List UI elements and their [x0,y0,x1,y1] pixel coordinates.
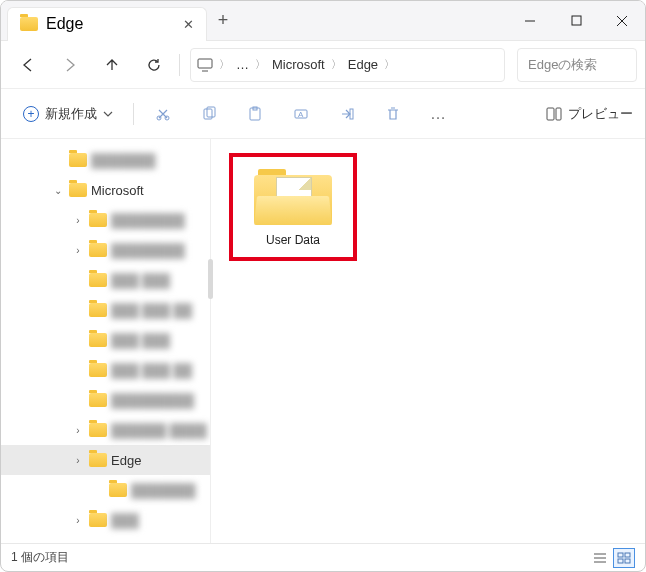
body: ›███████⌄Microsoft›████████›████████›███… [1,139,645,543]
view-toggle [589,548,635,568]
chevron-down-icon [103,109,113,119]
tree-item-edge[interactable]: ›Edge [1,445,210,475]
svg-rect-20 [618,553,623,557]
tree-item-label: ██████ ████ [111,423,207,438]
chevron-right-icon: 〉 [384,57,395,72]
chevron-icon[interactable]: › [71,425,85,436]
folder-icon [89,393,107,407]
chevron-icon[interactable]: › [71,215,85,226]
delete-button[interactable] [374,97,412,131]
tree-item-label: ███ ███ [111,333,170,348]
tree-item[interactable]: ›███ ███ [1,325,210,355]
new-button[interactable]: + 新規作成 [13,99,123,129]
tree-item[interactable]: ›███████ [1,145,210,175]
tree-item-label: Microsoft [91,183,144,198]
preview-label: プレビュー [568,105,633,123]
folder-icon [89,423,107,437]
folder-icon [109,483,127,497]
folder-icon [89,333,107,347]
folder-icon [20,17,38,31]
svg-rect-4 [198,59,212,68]
more-button[interactable]: … [420,97,458,131]
close-tab-button[interactable]: ✕ [183,17,194,32]
svg-text:A: A [298,110,304,119]
minimize-button[interactable] [507,1,553,41]
breadcrumb-item[interactable]: Edge [348,57,378,72]
separator [133,103,134,125]
details-view-button[interactable] [589,548,611,568]
folder-icon [89,213,107,227]
tree-item[interactable]: ›████████ [1,205,210,235]
copy-button[interactable] [190,97,228,131]
svg-rect-1 [572,16,581,25]
up-button[interactable] [93,47,131,83]
new-label: 新規作成 [45,105,97,123]
tree-item[interactable]: ›████████ [1,235,210,265]
tree-item[interactable]: ›███ ███ ██ [1,355,210,385]
svg-rect-22 [618,559,623,563]
paste-button[interactable] [236,97,274,131]
folder-icon [69,153,87,167]
new-tab-button[interactable]: + [207,10,239,31]
forward-button[interactable] [51,47,89,83]
breadcrumb-item[interactable]: Microsoft [272,57,325,72]
preview-button[interactable]: プレビュー [546,105,633,123]
chevron-icon[interactable]: › [71,515,85,526]
folder-icon [89,243,107,257]
tree-item[interactable]: ›███ ███ [1,265,210,295]
tree-item-label: ███ [111,513,139,528]
preview-icon [546,107,562,121]
folder-label: User Data [266,233,320,247]
tree-item[interactable]: ⌄Microsoft [1,175,210,205]
maximize-button[interactable] [553,1,599,41]
separator [179,54,180,76]
folder-icon [69,183,87,197]
folder-icon [89,453,107,467]
chevron-icon[interactable]: › [71,245,85,256]
share-button[interactable] [328,97,366,131]
navbar: 〉 … 〉 Microsoft 〉 Edge 〉 Edgeの検索 [1,41,645,89]
folder-item[interactable]: User Data [229,153,357,261]
window-tab[interactable]: Edge ✕ [7,7,207,41]
tree-item-label: ████████ [111,243,185,258]
tree-item[interactable]: ›███ [1,505,210,535]
tree-item-label: ███ ███ [111,273,170,288]
breadcrumb[interactable]: 〉 … 〉 Microsoft 〉 Edge 〉 [190,48,505,82]
close-button[interactable] [599,1,645,41]
svg-rect-23 [625,559,630,563]
folder-icon [89,303,107,317]
tree-item[interactable]: ›███ ███ ██ [1,295,210,325]
tree-item-label: ████████ [111,213,185,228]
search-placeholder: Edgeの検索 [528,56,597,74]
navigation-tree[interactable]: ›███████⌄Microsoft›████████›████████›███… [1,139,211,543]
pc-icon [197,58,213,72]
search-input[interactable]: Edgeの検索 [517,48,637,82]
tree-item-label: ███████ [131,483,195,498]
tree-item[interactable]: ›█████████ [1,385,210,415]
tree-item-label: ███ ███ ██ [111,363,192,378]
svg-rect-16 [556,108,561,120]
chevron-icon[interactable]: ⌄ [51,185,65,196]
chevron-right-icon: 〉 [331,57,342,72]
chevron-right-icon: 〉 [255,57,266,72]
tree-item-label: ███ ███ ██ [111,303,192,318]
back-button[interactable] [9,47,47,83]
refresh-button[interactable] [135,47,173,83]
cut-button[interactable] [144,97,182,131]
tree-item-label: Edge [111,453,141,468]
tab-title: Edge [46,15,83,33]
folder-icon [89,513,107,527]
tree-item[interactable]: ›███████ [1,475,210,505]
toolbar: + 新規作成 A … プレビュー [1,89,645,139]
tree-item-label: ███████ [91,153,155,168]
icons-view-button[interactable] [613,548,635,568]
folder-icon [89,273,107,287]
breadcrumb-ellipsis[interactable]: … [236,57,249,72]
chevron-icon[interactable]: › [71,455,85,466]
rename-button[interactable]: A [282,97,320,131]
tree-item[interactable]: ›██████ ████ [1,415,210,445]
splitter-handle[interactable] [208,259,213,299]
tree-item-label: █████████ [111,393,194,408]
titlebar: Edge ✕ + [1,1,645,41]
content-pane[interactable]: User Data [211,139,645,543]
